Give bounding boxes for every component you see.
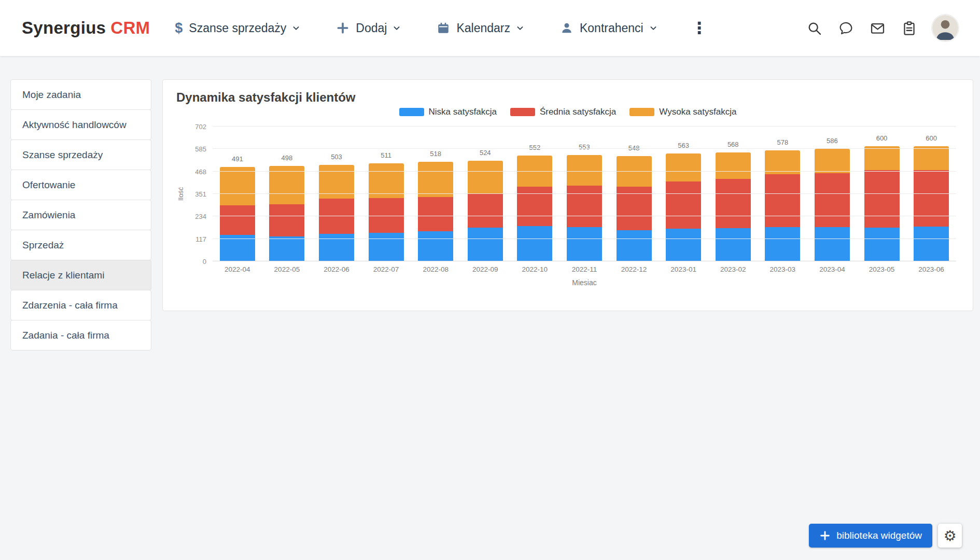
stacked-bar[interactable] [914, 146, 949, 261]
stacked-bar[interactable] [666, 153, 701, 261]
legend-item-wysoka-satysfakcja[interactable]: Wysoka satysfakcja [629, 107, 736, 117]
stacked-bar[interactable] [716, 152, 751, 261]
nav-item-dodaj[interactable]: Dodaj [318, 0, 419, 56]
bar-segment-rednia-satysfakcja[interactable] [716, 179, 751, 229]
sidebar-item-label: Zadania - cała firma [22, 330, 109, 341]
avatar[interactable] [932, 15, 958, 41]
stacked-bar[interactable] [815, 149, 850, 261]
x-tick-label: 2022-05 [262, 265, 312, 273]
settings-button[interactable]: ⚙ [938, 524, 962, 548]
bar-segment-wysoka-satysfakcja[interactable] [220, 167, 255, 205]
widget-library-button[interactable]: biblioteka widgetów [809, 524, 932, 548]
mail-button[interactable] [866, 17, 889, 39]
search-button[interactable] [803, 17, 825, 39]
legend-marker [629, 108, 654, 116]
sidebar-item-zdarzenia-ca-a-firma[interactable]: Zdarzenia - cała firma [10, 290, 151, 320]
bar-segment-niska-satysfakcja[interactable] [815, 227, 850, 261]
sidebar-item-zadania-ca-a-firma[interactable]: Zadania - cała firma [10, 320, 151, 351]
stacked-bar[interactable] [765, 150, 800, 261]
nav-item-kontrahenci[interactable]: Kontrahenci [542, 0, 676, 56]
y-tick-label: 468 [195, 167, 206, 175]
bar-segment-niska-satysfakcja[interactable] [369, 233, 404, 261]
bar-segment-wysoka-satysfakcja[interactable] [269, 166, 304, 204]
bar-group: 553 [559, 127, 609, 261]
legend-label: Niska satysfakcja [429, 107, 497, 117]
bar-segment-rednia-satysfakcja[interactable] [765, 174, 800, 228]
legend-item-niska-satysfakcja[interactable]: Niska satysfakcja [399, 107, 497, 117]
search-icon [807, 21, 822, 36]
bar-segment-niska-satysfakcja[interactable] [468, 228, 503, 261]
bar-segment-wysoka-satysfakcja[interactable] [468, 161, 503, 194]
bar-segment-niska-satysfakcja[interactable] [567, 227, 602, 261]
bar-segment-rednia-satysfakcja[interactable] [220, 205, 255, 235]
chevron-down-icon [392, 23, 401, 33]
stacked-bar[interactable] [319, 165, 354, 261]
nav-item-kalendarz[interactable]: Kalendarz [419, 0, 542, 56]
stacked-bar[interactable] [418, 162, 453, 261]
stacked-bar[interactable] [369, 163, 404, 261]
bar-segment-niska-satysfakcja[interactable] [517, 226, 552, 262]
clipboard-button[interactable] [898, 17, 920, 39]
bar-segment-rednia-satysfakcja[interactable] [269, 204, 304, 236]
sidebar-item-szanse-sprzeda-y[interactable]: Szanse sprzedaży [10, 139, 151, 170]
chat-button[interactable] [834, 17, 857, 39]
stacked-bar[interactable] [864, 146, 900, 261]
bar-segment-niska-satysfakcja[interactable] [666, 229, 701, 261]
sidebar-item-label: Aktywność handlowców [22, 119, 127, 131]
bar-segment-rednia-satysfakcja[interactable] [517, 187, 552, 226]
x-tick-label: 2022-12 [609, 265, 659, 273]
sidebar-item-ofertowanie[interactable]: Ofertowanie [10, 170, 151, 200]
x-tick-label: 2023-06 [906, 265, 956, 273]
y-tick-label: 117 [195, 235, 206, 243]
y-tick-label: 234 [195, 213, 206, 220]
nav-item-label: Kontrahenci [580, 21, 643, 35]
calendar-icon [437, 21, 450, 35]
bar-segment-wysoka-satysfakcja[interactable] [567, 155, 602, 186]
bar-segment-rednia-satysfakcja[interactable] [666, 181, 701, 229]
bar-segment-rednia-satysfakcja[interactable] [418, 197, 453, 231]
stacked-bar[interactable] [617, 156, 652, 261]
bar-total-label: 511 [361, 151, 411, 159]
y-axis-title: Ilość [177, 187, 185, 201]
bar-segment-niska-satysfakcja[interactable] [220, 235, 255, 261]
bar-segment-rednia-satysfakcja[interactable] [914, 170, 949, 227]
x-axis-title: Miesiac [213, 278, 956, 287]
sidebar-item-label: Sprzedaż [22, 240, 64, 251]
bar-segment-rednia-satysfakcja[interactable] [468, 194, 503, 228]
bar-segment-wysoka-satysfakcja[interactable] [666, 153, 701, 182]
sidebar-item-aktywno-handlowc-w[interactable]: Aktywność handlowców [10, 109, 151, 140]
bar-segment-wysoka-satysfakcja[interactable] [815, 149, 850, 173]
bar-segment-niska-satysfakcja[interactable] [269, 236, 304, 261]
gridline [213, 193, 956, 194]
bar-segment-niska-satysfakcja[interactable] [716, 228, 751, 261]
sidebar-item-sprzeda[interactable]: Sprzedaż [10, 230, 151, 260]
bar-segment-niska-satysfakcja[interactable] [765, 227, 800, 261]
bar-total-label: 524 [460, 149, 510, 157]
y-tick-label: 702 [195, 123, 206, 131]
bar-segment-wysoka-satysfakcja[interactable] [716, 152, 751, 179]
app-logo[interactable]: SynergiusCRM [22, 18, 150, 38]
stacked-bar[interactable] [269, 166, 304, 261]
plus-icon [819, 530, 831, 541]
bar-segment-wysoka-satysfakcja[interactable] [418, 162, 453, 197]
bar-segment-niska-satysfakcja[interactable] [617, 230, 652, 261]
more-menu-button[interactable]: ⋮ [676, 20, 723, 36]
sidebar-item-relacje-z-klientami[interactable]: Relacje z klientami [10, 260, 151, 290]
bar-segment-niska-satysfakcja[interactable] [864, 228, 900, 261]
nav-item-szanse-sprzeda-y[interactable]: $Szanse sprzedaży [157, 0, 318, 56]
bar-segment-wysoka-satysfakcja[interactable] [914, 146, 949, 170]
bar-segment-rednia-satysfakcja[interactable] [864, 170, 900, 228]
sidebar-item-moje-zadania[interactable]: Moje zadania [10, 79, 151, 110]
bar-segment-wysoka-satysfakcja[interactable] [765, 150, 800, 174]
bar-segment-rednia-satysfakcja[interactable] [815, 173, 850, 227]
bar-segment-wysoka-satysfakcja[interactable] [864, 146, 900, 170]
legend-item-rednia-satysfakcja[interactable]: Średnia satysfakcja [510, 107, 616, 117]
stacked-bar[interactable] [220, 167, 255, 261]
stacked-bar[interactable] [468, 161, 503, 261]
sidebar-item-zam-wienia[interactable]: Zamówienia [10, 200, 151, 230]
bar-segment-niska-satysfakcja[interactable] [914, 227, 949, 261]
bar-segment-niska-satysfakcja[interactable] [418, 231, 453, 262]
gridline [213, 148, 956, 149]
bar-segment-wysoka-satysfakcja[interactable] [369, 163, 404, 198]
bar-segment-rednia-satysfakcja[interactable] [567, 186, 602, 227]
